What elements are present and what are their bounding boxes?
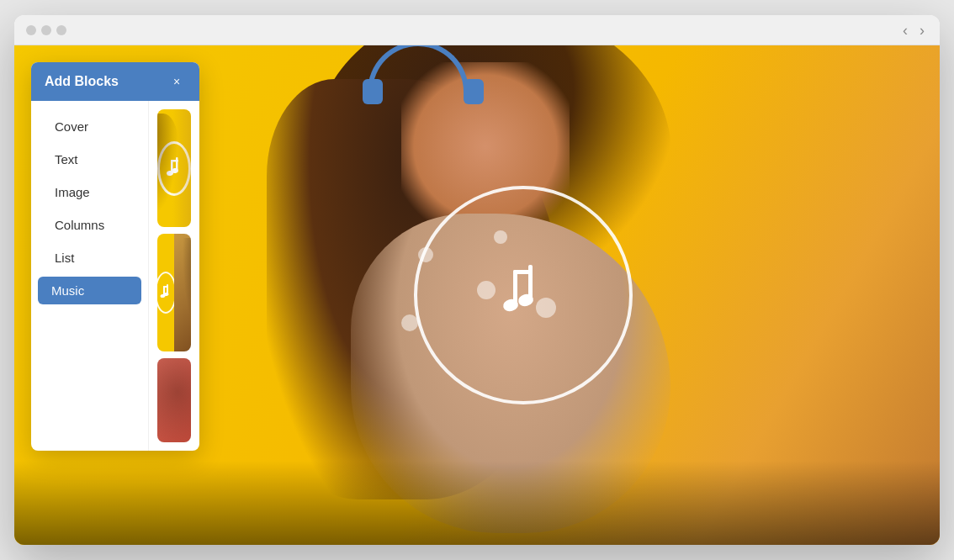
thumbnail-1[interactable]	[157, 109, 191, 227]
music-circle	[414, 186, 633, 404]
sidebar-item-list[interactable]: List	[38, 242, 141, 273]
thumb-2-hair	[183, 238, 191, 339]
bottom-shadow	[14, 461, 940, 545]
thumb-2-left	[157, 234, 174, 351]
svg-rect-12	[163, 286, 168, 288]
headphone-right	[464, 79, 484, 104]
panel-title: Add Blocks	[45, 74, 119, 89]
panel-close-button[interactable]: ×	[167, 72, 186, 91]
browser-forward-button[interactable]: ›	[920, 23, 925, 38]
browser-content: Add Blocks × Cover Text Image	[14, 45, 940, 545]
thumbnail-3[interactable]	[157, 358, 191, 442]
browser-titlebar: ‹ ›	[14, 15, 940, 45]
sidebar-item-cover[interactable]: Cover	[38, 111, 141, 142]
headphone-left	[363, 79, 383, 104]
browser-dots	[26, 25, 66, 35]
browser-dot-3	[56, 25, 66, 35]
sidebar-item-text[interactable]: Text	[38, 144, 141, 175]
browser-nav: ‹ ›	[903, 23, 925, 38]
music-note-svg	[481, 253, 565, 337]
svg-rect-2	[513, 270, 533, 274]
thumb-2-right	[174, 234, 191, 351]
add-blocks-panel: Add Blocks × Cover Text Image	[31, 62, 199, 451]
sidebar-item-image[interactable]: Image	[38, 177, 141, 208]
browser-dot-2	[41, 25, 51, 35]
thumbnail-2[interactable]	[157, 234, 191, 351]
thumb-1-hair	[157, 114, 178, 214]
sidebar-item-music[interactable]: Music	[38, 277, 141, 304]
sidebar-item-columns[interactable]: Columns	[38, 209, 141, 240]
panel-header: Add Blocks ×	[31, 62, 199, 101]
thumb-2-music-icon	[157, 283, 175, 302]
browser-back-button[interactable]: ‹	[903, 23, 908, 38]
music-note-overlay	[414, 186, 633, 404]
thumbnails-area	[149, 101, 199, 451]
browser-dot-1	[26, 25, 36, 35]
thumb-3-inner	[157, 358, 191, 442]
panel-navigation: Cover Text Image Columns List	[31, 101, 149, 451]
browser-window: ‹ ›	[14, 15, 940, 545]
panel-body: Cover Text Image Columns List	[31, 101, 199, 451]
thumb-3-figure	[157, 358, 191, 442]
